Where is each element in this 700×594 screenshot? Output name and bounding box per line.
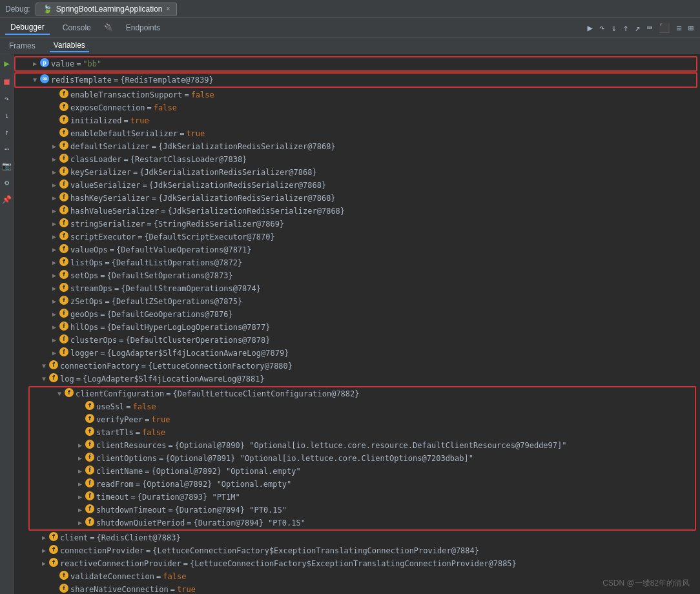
camera-sidebar-icon[interactable]: 📷 [1, 160, 13, 172]
layout-icon[interactable]: ≡ [675, 21, 683, 34]
settings-sidebar-icon[interactable]: ⚙ [3, 177, 10, 189]
tree-row[interactable]: f clientResources = {Optional@7890} "Opt… [30, 439, 695, 452]
expand-icon[interactable] [76, 453, 84, 464]
tree-row[interactable]: f valueOps = {DefaultValueOperations@787… [14, 243, 700, 256]
expand-icon[interactable] [50, 347, 58, 359]
tab-debugger[interactable]: Debugger [5, 21, 50, 35]
expand-icon[interactable] [50, 167, 58, 178]
tree-row[interactable]: f clientName = {Optional@7892} "Optional… [30, 465, 695, 478]
var-value: {DefaultZSetOperations@7875} [112, 296, 242, 307]
tree-row[interactable]: f hashValueSerializer = {JdkSerializatio… [14, 205, 700, 218]
tree-row[interactable]: f setOps = {DefaultSetOperations@7873} [14, 269, 700, 282]
tree-row[interactable]: f geoOps = {DefaultGeoOperations@7876} [14, 308, 700, 321]
tree-row[interactable]: f enableTransactionSupport = false [14, 88, 700, 101]
tree-row[interactable]: f clientConfiguration = {DefaultLettuceC… [30, 387, 695, 400]
var-name: clusterOps [70, 334, 117, 346]
step-into-sidebar-icon[interactable]: ↓ [3, 110, 10, 121]
expand-icon[interactable] [50, 154, 58, 165]
expand-icon[interactable] [40, 545, 48, 557]
more-sidebar-icon[interactable]: ⋯ [3, 143, 10, 155]
tree-row[interactable]: f scriptExecutor = {DefaultScriptExecuto… [14, 230, 700, 243]
resume-sidebar-icon[interactable]: ▶ [3, 57, 10, 70]
expand-icon[interactable] [50, 334, 58, 346]
tree-row-timeout[interactable]: f timeout = {Duration@7893} "PT1M" [30, 491, 695, 504]
tree-row[interactable]: f shutdownQuietPeriod = {Duration@7894} … [30, 517, 695, 529]
tree-row[interactable]: f reactiveConnectionProvider = {LettuceC… [14, 557, 700, 570]
tree-row[interactable]: f log = {LogAdapter$Slf4jLocationAwareLo… [14, 373, 700, 385]
tree-row[interactable]: f connectionProvider = {LettuceConnectio… [14, 544, 700, 557]
tree-row[interactable]: f clientOptions = {Optional@7891} "Optio… [30, 452, 695, 465]
tree-row[interactable]: oo redisTemplate = {RedisTemplate@7839} [15, 74, 696, 87]
tree-row[interactable]: f logger = {LogAdapter$Slf4jLocationAwar… [14, 347, 700, 360]
frames-tab[interactable]: Frames [5, 40, 39, 52]
settings-icon[interactable]: ⬛ [657, 21, 671, 34]
app-tab[interactable]: 🍃 SpringBootLearningApplication × [36, 3, 178, 15]
tree-row[interactable]: f startTls = false [30, 426, 695, 439]
tree-row[interactable]: f classLoader = {RestartClassLoader@7838… [14, 153, 700, 166]
tree-row[interactable]: f enableDefaultSerializer = true [14, 127, 700, 140]
tree-row[interactable]: f verifyPeer = true [30, 413, 695, 426]
tab-endpoints[interactable]: Endpoints [121, 21, 165, 34]
tree-row[interactable]: f valueSerializer = {JdkSerializationRed… [14, 179, 700, 192]
step-out-sidebar-icon[interactable]: ↑ [3, 127, 10, 138]
tree-row[interactable]: f shutdownTimeout = {Duration@7894} "PT0… [30, 504, 695, 517]
tree-row[interactable]: f validateConnection = false [14, 570, 700, 583]
variables-tab[interactable]: Variables [50, 39, 89, 52]
expand-icon[interactable] [40, 558, 48, 569]
expand-icon[interactable] [50, 309, 58, 320]
tree-row[interactable]: f connectionFactory = {LettuceConnection… [14, 360, 700, 373]
expand-icon[interactable] [50, 141, 58, 152]
expand-icon[interactable] [76, 466, 84, 477]
expand-icon[interactable] [76, 517, 84, 529]
tree-row[interactable]: f hashKeySerializer = {JdkSerializationR… [14, 192, 700, 205]
tree-row[interactable]: f keySerializer = {JdkSerializationRedis… [14, 166, 700, 179]
expand-icon[interactable] [76, 478, 84, 490]
expand-icon[interactable] [50, 296, 58, 307]
more-icon[interactable]: ⊞ [687, 21, 695, 34]
expand-icon[interactable] [50, 218, 58, 230]
expand-icon[interactable] [50, 179, 58, 191]
expand-icon[interactable] [50, 231, 58, 243]
tree-row[interactable]: f shareNativeConnection = true [14, 583, 700, 594]
tree-row[interactable]: f stringSerializer = {StringRedisSeriali… [14, 218, 700, 230]
expand-icon[interactable] [40, 532, 48, 544]
step-out-icon[interactable]: ↑ [622, 21, 630, 34]
expand-icon[interactable] [76, 440, 84, 451]
tree-row[interactable]: p value = "bb" [15, 57, 696, 70]
expand-icon[interactable] [40, 373, 48, 385]
step-into-icon[interactable]: ↓ [610, 21, 617, 34]
expand-icon[interactable] [76, 491, 84, 503]
pin-sidebar-icon[interactable]: 📌 [1, 194, 13, 205]
evaluate-icon[interactable]: ⌨ [646, 21, 654, 34]
tab-console[interactable]: Console [57, 21, 96, 34]
expand-icon[interactable] [50, 257, 58, 269]
expand-icon[interactable] [50, 270, 58, 282]
expand-icon[interactable] [50, 244, 58, 256]
run-to-cursor-icon[interactable]: ↗ [633, 21, 641, 34]
expand-icon[interactable] [56, 388, 63, 400]
expand-icon[interactable] [76, 504, 84, 516]
resume-icon[interactable]: ▶ [586, 21, 594, 34]
expand-icon[interactable] [40, 360, 48, 372]
step-over-icon[interactable]: ↷ [598, 21, 606, 34]
stop-sidebar-icon[interactable]: ■ [3, 75, 10, 88]
expand-icon[interactable] [31, 58, 39, 70]
step-over-sidebar-icon[interactable]: ↷ [3, 93, 10, 105]
tree-row[interactable]: f zSetOps = {DefaultZSetOperations@7875} [14, 295, 700, 308]
tree-row[interactable]: f useSsl = false [30, 400, 695, 413]
expand-icon[interactable] [50, 322, 58, 333]
tree-row[interactable]: f defaultSerializer = {JdkSerializationR… [14, 140, 700, 153]
tree-row[interactable]: f readFrom = {Optional@7892} "Optional.e… [30, 478, 695, 491]
tree-row[interactable]: f streamOps = {DefaultStreamOperations@7… [14, 282, 700, 295]
tree-row[interactable]: f client = {RedisClient@7883} [14, 531, 700, 544]
expand-icon[interactable] [31, 74, 39, 86]
expand-icon[interactable] [50, 205, 58, 217]
tree-row[interactable]: f initialized = true [14, 114, 700, 127]
expand-icon[interactable] [50, 192, 58, 204]
tree-row[interactable]: f clusterOps = {DefaultClusterOperations… [14, 334, 700, 347]
tree-row[interactable]: f exposeConnection = false [14, 101, 700, 114]
expand-icon[interactable] [50, 283, 58, 294]
tree-row[interactable]: f hllOps = {DefaultHyperLogLogOperations… [14, 321, 700, 334]
close-tab-icon[interactable]: × [167, 5, 170, 12]
tree-row[interactable]: f listOps = {DefaultListOperations@7872} [14, 256, 700, 269]
